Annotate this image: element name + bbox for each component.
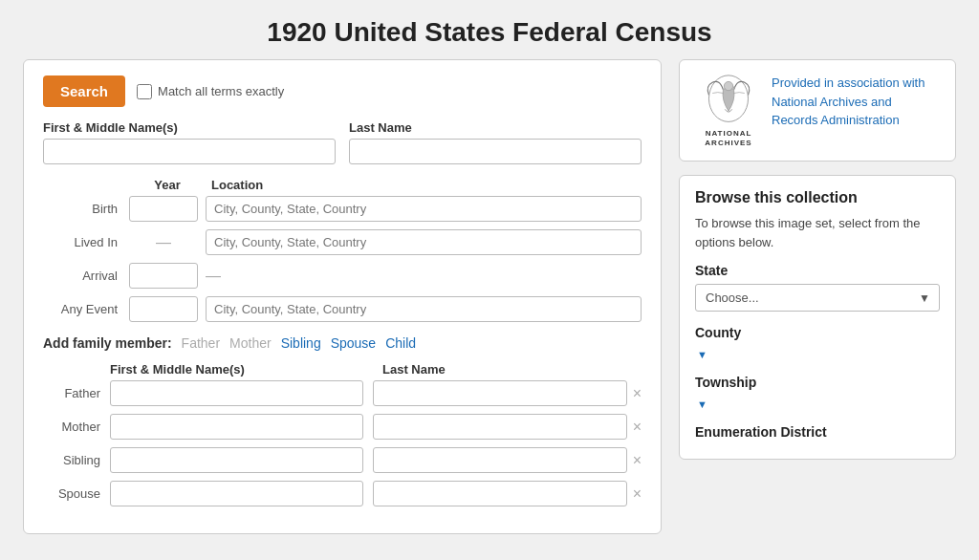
state-label: State xyxy=(695,263,940,278)
fm-label-spouse: Spouse xyxy=(43,486,110,501)
anyevent-location-input[interactable] xyxy=(206,296,642,322)
location-column-header: Location xyxy=(206,178,642,192)
family-row-father: Father × xyxy=(43,380,642,406)
mother-remove-icon[interactable]: × xyxy=(633,420,642,435)
event-row-birth: Birth xyxy=(43,196,642,222)
event-label-arrival: Arrival xyxy=(43,269,129,283)
county-mini-arrow-icon[interactable]: ▼ xyxy=(697,349,707,360)
township-label: Township xyxy=(695,375,940,390)
left-panel: Search Match all terms exactly First & M… xyxy=(23,59,662,534)
fm-label-father: Father xyxy=(43,386,110,400)
township-select-wrapper: ▼ xyxy=(695,396,940,411)
arrival-location-dash: — xyxy=(206,268,642,285)
match-text: Match all terms exactly xyxy=(158,84,284,98)
state-select[interactable]: Choose... xyxy=(695,284,940,312)
spouse-first-input[interactable] xyxy=(110,481,363,506)
event-section: Year Location Birth Lived In — Arrival — xyxy=(43,178,642,322)
birth-year-input[interactable] xyxy=(129,196,198,222)
livedin-year-dash: — xyxy=(129,234,198,251)
father-first-input[interactable] xyxy=(110,380,363,406)
match-checkbox[interactable] xyxy=(137,84,152,99)
event-row-anyevent: Any Event xyxy=(43,296,642,322)
first-name-input[interactable] xyxy=(43,139,336,164)
sibling-last-input[interactable] xyxy=(373,447,626,473)
arrival-year-input[interactable] xyxy=(129,263,198,289)
township-mini-arrow-icon[interactable]: ▼ xyxy=(697,398,707,410)
archives-logo: NATIONALARCHIVES xyxy=(695,74,762,147)
family-member-table: First & Middle Name(s) Last Name Father … xyxy=(43,362,642,506)
family-first-header: First & Middle Name(s) xyxy=(110,362,369,377)
main-layout: Search Match all terms exactly First & M… xyxy=(11,59,968,553)
family-row-sibling: Sibling × xyxy=(43,447,642,473)
family-header-label: Add family member: xyxy=(43,335,172,351)
event-row-arrival: Arrival — xyxy=(43,263,642,289)
national-archives-eagle-icon xyxy=(702,74,755,127)
first-name-label: First & Middle Name(s) xyxy=(43,120,336,135)
page-title: 1920 United States Federal Census xyxy=(0,0,979,59)
match-label: Match all terms exactly xyxy=(137,84,284,99)
sibling-first-input[interactable] xyxy=(110,447,363,473)
mother-first-input[interactable] xyxy=(110,414,363,440)
last-name-input[interactable] xyxy=(349,139,642,164)
last-name-group: Last Name xyxy=(349,120,642,164)
svg-point-1 xyxy=(724,81,732,90)
livedin-location-input[interactable] xyxy=(206,229,642,255)
archives-logo-text: NATIONALARCHIVES xyxy=(705,129,751,147)
state-select-wrapper: Choose... ▼ xyxy=(695,284,940,312)
event-row-livedin: Lived In — xyxy=(43,229,642,255)
anyevent-year-input[interactable] xyxy=(129,296,198,322)
family-member-table-header: First & Middle Name(s) Last Name xyxy=(43,362,642,377)
fm-label-sibling: Sibling xyxy=(43,453,110,467)
last-name-label: Last Name xyxy=(349,120,642,135)
enumeration-label: Enumeration District xyxy=(695,424,940,440)
browse-title: Browse this collection xyxy=(695,189,940,206)
family-header: Add family member: Father Mother Sibling… xyxy=(43,335,642,351)
event-label-birth: Birth xyxy=(43,202,129,216)
first-name-group: First & Middle Name(s) xyxy=(43,120,336,164)
birth-location-input[interactable] xyxy=(206,196,642,222)
county-label: County xyxy=(695,325,940,340)
right-panel: NATIONALARCHIVES Provided in association… xyxy=(679,59,956,534)
search-bar: Search Match all terms exactly xyxy=(43,75,642,107)
year-column-header: Year xyxy=(129,178,206,192)
archives-description: Provided in association with National Ar… xyxy=(772,74,940,130)
spouse-last-input[interactable] xyxy=(373,481,626,506)
mother-last-input[interactable] xyxy=(373,414,626,440)
archives-content: NATIONALARCHIVES Provided in association… xyxy=(695,74,940,147)
spouse-remove-icon[interactable]: × xyxy=(633,486,642,502)
search-button[interactable]: Search xyxy=(43,75,125,107)
event-label-anyevent: Any Event xyxy=(43,302,129,316)
event-header-row: Year Location xyxy=(43,178,642,192)
family-link-spouse[interactable]: Spouse xyxy=(331,335,376,351)
family-last-header: Last Name xyxy=(382,362,642,377)
browse-card: Browse this collection To browse this im… xyxy=(679,175,956,460)
family-link-child[interactable]: Child xyxy=(385,335,416,351)
fm-label-mother: Mother xyxy=(43,420,110,434)
browse-description: To browse this image set, select from th… xyxy=(695,214,940,251)
county-select-wrapper: ▼ xyxy=(695,346,940,361)
name-row: First & Middle Name(s) Last Name xyxy=(43,120,642,164)
event-label-livedin: Lived In xyxy=(43,235,129,249)
family-row-spouse: Spouse × xyxy=(43,481,642,506)
family-link-mother[interactable]: Mother xyxy=(229,335,272,351)
family-link-sibling[interactable]: Sibling xyxy=(281,335,321,351)
family-link-father[interactable]: Father xyxy=(182,335,220,351)
father-last-input[interactable] xyxy=(373,380,626,406)
family-row-mother: Mother × xyxy=(43,414,642,440)
sibling-remove-icon[interactable]: × xyxy=(633,453,642,468)
father-remove-icon[interactable]: × xyxy=(633,386,642,401)
archives-card: NATIONALARCHIVES Provided in association… xyxy=(679,59,956,162)
